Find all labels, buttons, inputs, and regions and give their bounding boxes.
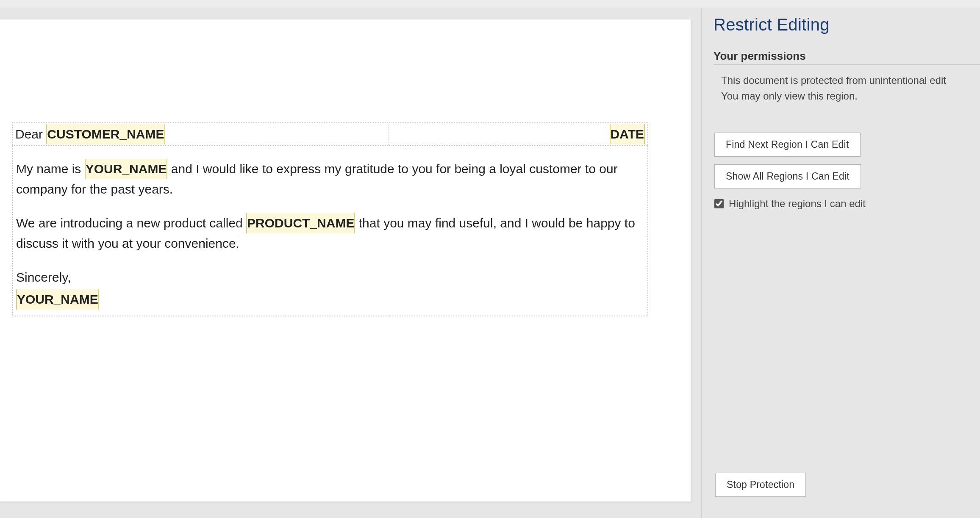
placeholder-product-name[interactable]: PRODUCT_NAME <box>246 213 355 233</box>
document-canvas: Dear CUSTOMER_NAME DATE My name is YOUR_… <box>0 8 701 518</box>
highlight-regions-checkbox[interactable] <box>714 199 724 208</box>
p2-pre: We are introducing a new product called <box>16 216 246 230</box>
permissions-line2: You may only view this region. <box>721 88 980 104</box>
highlight-regions-label[interactable]: Highlight the regions I can edit <box>729 198 866 210</box>
text-caret <box>240 237 240 249</box>
permissions-line1: This document is protected from unintent… <box>721 72 980 88</box>
paragraph-1: My name is YOUR_NAME and I would like to… <box>16 159 644 199</box>
p1-pre: My name is <box>16 162 85 176</box>
letter-body-cell[interactable]: My name is YOUR_NAME and I would like to… <box>12 146 648 316</box>
highlight-checkbox-row: Highlight the regions I can edit <box>714 198 980 210</box>
canvas-bottom-strip <box>0 501 701 512</box>
stop-protection-button[interactable]: Stop Protection <box>715 473 806 497</box>
table-body-row: My name is YOUR_NAME and I would like to… <box>12 146 648 316</box>
date-cell[interactable]: DATE <box>389 123 648 146</box>
placeholder-your-name-signature[interactable]: YOUR_NAME <box>16 289 99 310</box>
closing-line: Sincerely, <box>16 267 644 288</box>
region-buttons: Find Next Region I Can Edit Show All Reg… <box>713 133 980 196</box>
placeholder-your-name-inline[interactable]: YOUR_NAME <box>85 159 168 179</box>
greeting-prefix: Dear <box>15 127 46 141</box>
divider <box>713 64 980 65</box>
restrict-editing-pane: Restrict Editing Your permissions This d… <box>701 8 980 518</box>
closing-text: Sincerely, <box>16 270 71 284</box>
permissions-header: Your permissions <box>713 50 980 63</box>
placeholder-customer-name[interactable]: CUSTOMER_NAME <box>46 124 165 144</box>
signature-line: YOUR_NAME <box>16 289 644 310</box>
permissions-text: This document is protected from unintent… <box>721 72 980 104</box>
main-area: Dear CUSTOMER_NAME DATE My name is YOUR_… <box>0 8 980 518</box>
stop-protection-wrap: Stop Protection <box>714 473 806 504</box>
letter-table: Dear CUSTOMER_NAME DATE My name is YOUR_… <box>12 122 648 316</box>
placeholder-date[interactable]: DATE <box>610 124 645 144</box>
greeting-cell[interactable]: Dear CUSTOMER_NAME <box>12 123 389 146</box>
canvas-gap <box>0 8 701 19</box>
pane-title: Restrict Editing <box>713 15 980 34</box>
document-page[interactable]: Dear CUSTOMER_NAME DATE My name is YOUR_… <box>0 19 691 501</box>
find-next-region-button[interactable]: Find Next Region I Can Edit <box>714 133 861 157</box>
paragraph-2: We are introducing a new product called … <box>16 213 644 254</box>
table-header-row: Dear CUSTOMER_NAME DATE <box>12 123 648 146</box>
app-top-strip <box>0 0 980 8</box>
show-all-regions-button[interactable]: Show All Regions I Can Edit <box>714 164 861 188</box>
